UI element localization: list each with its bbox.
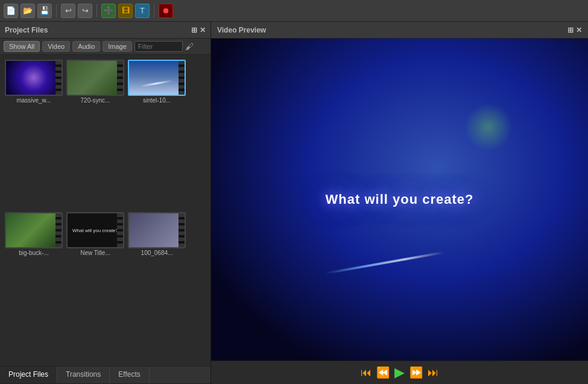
preview-title: Video Preview [217, 26, 266, 34]
thumb-item-massive[interactable]: massive_w... [5, 60, 63, 209]
preview-glow-effect [464, 103, 513, 151]
tab-effects[interactable]: Effects [110, 367, 149, 383]
playback-controls: ⏮ ⏪ ▶ ⏩ ⏭ [211, 360, 588, 384]
video-filter-button[interactable]: Video [42, 41, 70, 52]
thumb-label-massive: massive_w... [5, 97, 63, 104]
undo-button[interactable]: ↩ [61, 4, 75, 18]
filter-bar: Show All Video Audio Image 🖌 [0, 39, 210, 55]
pin-icon[interactable]: ⊞ [191, 26, 197, 34]
redo-button[interactable]: ↪ [78, 4, 92, 18]
filter-clear-button[interactable]: 🖌 [185, 42, 194, 51]
thumb-label-bigbuck: big-buck-... [5, 250, 63, 256]
project-files-title: Project Files [5, 26, 48, 34]
preview-pin-icon[interactable]: ⊞ [567, 26, 574, 34]
import-button[interactable]: ➕ [101, 4, 116, 18]
rewind-button[interactable]: ⏪ [376, 366, 390, 379]
title-button[interactable]: T [135, 4, 150, 18]
tab-transitions[interactable]: Transitions [57, 367, 110, 383]
record-button[interactable]: ⏺ [159, 4, 173, 18]
toolbar-separator-2 [96, 4, 97, 17]
preview-close-icon[interactable]: ✕ [576, 26, 582, 34]
thumb-item-bigbuck[interactable]: big-buck-... [5, 212, 63, 361]
bottom-tabs: Project Files Transitions Effects [0, 366, 210, 384]
thumb-item-720sync[interactable]: 720-sync... [66, 60, 124, 209]
preview-header: Video Preview ⊞ ✕ [211, 22, 588, 39]
close-icon[interactable]: ✕ [200, 26, 206, 34]
jump-start-button[interactable]: ⏮ [361, 367, 371, 379]
thumb-item-100[interactable]: 100_0684... [128, 212, 186, 361]
open-button[interactable]: 📂 [21, 4, 35, 18]
fast-forward-button[interactable]: ⏩ [409, 366, 423, 379]
toolbar-separator-3 [154, 4, 154, 17]
main-toolbar: 📄 📂 💾 ↩ ↪ ➕ 🎞 T ⏺ [0, 0, 588, 22]
thumb-item-sintel[interactable]: sintel-10... [128, 60, 186, 209]
thumb-label-sintel: sintel-10... [128, 97, 186, 104]
left-panel: Project Files ⊞ ✕ Show All Video Audio I… [0, 22, 211, 384]
right-panel: Video Preview ⊞ ✕ What will you create? … [211, 22, 588, 384]
play-button[interactable]: ▶ [394, 365, 405, 380]
thumb-label-100: 100_0684... [128, 250, 186, 256]
image-filter-button[interactable]: Image [103, 41, 132, 52]
thumb-label-newtitle: New Title... [66, 250, 124, 256]
toolbar-separator-1 [56, 4, 57, 17]
thumb-item-newtitle[interactable]: What will you create? New Title... [66, 212, 124, 361]
new-button[interactable]: 📄 [4, 4, 18, 18]
preview-text: What will you create? [326, 192, 474, 207]
main-area: Project Files ⊞ ✕ Show All Video Audio I… [0, 22, 588, 384]
filter-input[interactable] [134, 41, 183, 52]
audio-filter-button[interactable]: Audio [72, 41, 100, 52]
preview-header-icons: ⊞ ✕ [567, 26, 582, 34]
clip-button[interactable]: 🎞 [118, 4, 133, 18]
thumbnails-grid: massive_w... 720-sync... sintel-10... [0, 55, 210, 366]
video-preview: What will you create? [211, 39, 588, 360]
thumb-label-720sync: 720-sync... [66, 97, 124, 104]
save-button[interactable]: 💾 [37, 4, 52, 18]
jump-end-button[interactable]: ⏭ [428, 367, 438, 379]
show-all-button[interactable]: Show All [4, 41, 40, 52]
header-icons: ⊞ ✕ [191, 26, 206, 34]
project-files-header: Project Files ⊞ ✕ [0, 22, 210, 39]
tab-project-files[interactable]: Project Files [0, 367, 57, 383]
